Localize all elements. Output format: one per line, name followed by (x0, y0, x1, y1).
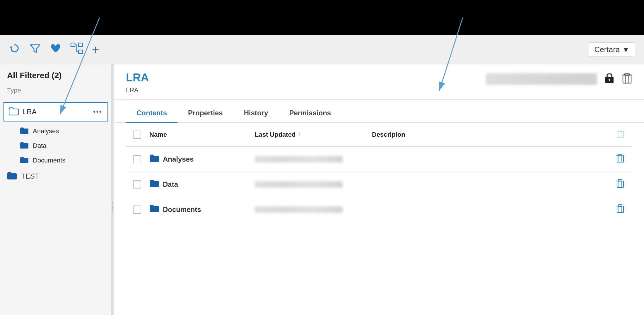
folder-analyses-icon (149, 154, 159, 165)
row-checkbox-analyses (131, 155, 144, 163)
panel-title: LRA (126, 71, 149, 84)
blurred-header-info (486, 73, 597, 85)
lra-item-label: LRA (23, 108, 89, 116)
documents-date-blurred (255, 206, 343, 213)
panel-header-right (486, 71, 632, 90)
analyses-date-cell (255, 156, 366, 162)
delete-header-icon[interactable] (622, 71, 632, 87)
documents-delete-icon[interactable] (616, 203, 624, 215)
favorite-icon[interactable] (50, 42, 62, 57)
toolbar-left: + (9, 42, 99, 57)
analyses-delete-cell (613, 153, 628, 165)
select-all-checkbox[interactable] (133, 131, 141, 139)
sidebar-sub-item-data[interactable]: Data (15, 138, 111, 153)
data-delete-cell (613, 178, 628, 190)
row-checkbox-data (131, 180, 144, 189)
svg-rect-30 (617, 181, 623, 187)
table-row: Analyses (126, 147, 632, 172)
documents-date-cell (255, 206, 366, 213)
sidebar-item-test[interactable]: TEST (0, 168, 111, 185)
table-container: Name Last Updated ↑ Descripion (114, 123, 644, 315)
sidebar-items: LRA ••• Analyses (0, 99, 111, 315)
sidebar: All Filtered (2) Type LRA ••• (0, 64, 111, 315)
sidebar-sub-item-documents[interactable]: Documents (15, 153, 111, 168)
data-date-cell (255, 181, 366, 188)
row-checkbox-documents (131, 206, 144, 214)
col-header-name: Name (149, 131, 249, 138)
documents-row-label: Documents (163, 206, 201, 214)
analyses-name-cell: Analyses (149, 154, 249, 165)
svg-marker-4 (9, 47, 13, 48)
data-delete-icon[interactable] (616, 178, 624, 190)
col-header-last-updated: Last Updated ↑ (255, 131, 366, 138)
delete-all-icon[interactable] (616, 129, 624, 141)
table-row: Documents (126, 197, 632, 222)
documents-name-cell: Documents (149, 204, 249, 215)
svg-rect-7 (78, 43, 83, 47)
panel-subtitle: LRA (126, 86, 149, 99)
tab-permissions[interactable]: Permissions (279, 104, 341, 123)
main-panel: LRA LRA (114, 64, 644, 315)
lock-icon[interactable] (604, 71, 615, 87)
documents-checkbox[interactable] (133, 206, 141, 214)
data-name-cell: Data (149, 179, 249, 190)
analyses-row-label: Analyses (163, 155, 194, 163)
certara-label: Certara (595, 45, 620, 54)
folder-documents-icon (149, 204, 159, 215)
toolbar-right: Certara ▼ (589, 42, 635, 57)
analyses-date-blurred (255, 156, 343, 162)
refresh-icon[interactable] (9, 42, 21, 57)
svg-rect-8 (78, 50, 83, 54)
data-sub-label: Data (33, 142, 46, 150)
sidebar-type-label: Type (0, 85, 111, 96)
folder-filled-data-icon (20, 141, 29, 150)
folder-outline-icon (9, 107, 19, 117)
col-header-delete (613, 129, 628, 141)
sidebar-header: All Filtered (2) (0, 64, 111, 85)
sort-arrow-icon[interactable]: ↑ (298, 131, 300, 138)
panel-title-section: LRA LRA (126, 71, 149, 99)
lra-dots[interactable]: ••• (93, 108, 102, 116)
tab-history[interactable]: History (233, 104, 279, 123)
analyses-checkbox[interactable] (133, 155, 141, 163)
hierarchy-icon[interactable] (70, 42, 83, 57)
tab-contents[interactable]: Contents (126, 104, 177, 123)
svg-rect-15 (623, 75, 631, 83)
folder-filled-documents-icon (20, 156, 29, 165)
certara-dropdown[interactable]: Certara ▼ (589, 42, 635, 57)
tabs-row: Contents Properties History Permissions (114, 104, 644, 123)
data-date-blurred (255, 181, 343, 188)
test-item-label: TEST (21, 172, 39, 180)
data-checkbox[interactable] (133, 180, 141, 189)
folder-filled-analyses-icon (20, 127, 29, 136)
filter-icon[interactable] (29, 42, 41, 57)
resize-handle[interactable] (111, 64, 114, 315)
table-row: Data (126, 172, 632, 197)
folder-data-icon (149, 179, 159, 190)
add-icon[interactable]: + (92, 43, 99, 57)
analyses-sub-label: Analyses (33, 127, 59, 135)
data-row-label: Data (163, 180, 178, 189)
svg-rect-14 (609, 80, 610, 81)
documents-delete-cell (613, 203, 628, 215)
svg-rect-25 (617, 156, 623, 162)
sidebar-sub-items: Analyses Data (0, 124, 111, 168)
documents-sub-label: Documents (33, 157, 65, 164)
col-header-description: Descripion (372, 131, 607, 138)
select-all-checkbox-col (131, 131, 144, 139)
sidebar-item-lra[interactable]: LRA ••• (3, 102, 108, 121)
tab-properties[interactable]: Properties (177, 104, 233, 123)
toolbar: + Certara ▼ (0, 35, 644, 64)
svg-rect-6 (71, 43, 75, 47)
panel-header: LRA LRA (114, 64, 644, 100)
sidebar-sub-item-analyses[interactable]: Analyses (15, 124, 111, 138)
dropdown-arrow-icon: ▼ (622, 45, 630, 54)
analyses-delete-icon[interactable] (616, 153, 624, 165)
svg-marker-5 (30, 45, 40, 52)
svg-rect-20 (617, 131, 623, 138)
content-area: All Filtered (2) Type LRA ••• (0, 64, 644, 315)
table-header-row: Name Last Updated ↑ Descripion (126, 123, 632, 147)
svg-rect-35 (617, 206, 623, 213)
folder-filled-test-icon (7, 171, 17, 181)
